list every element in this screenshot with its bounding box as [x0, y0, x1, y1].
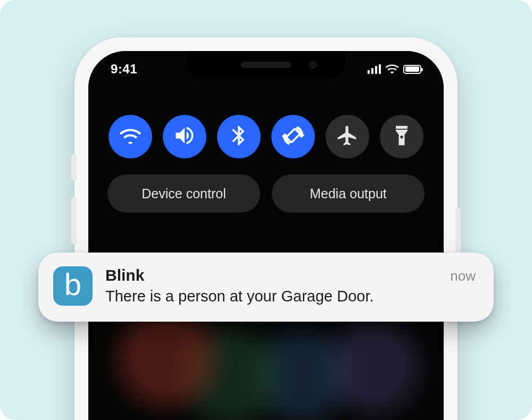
phone-screen: 9:41 [88, 51, 444, 420]
front-camera [309, 61, 317, 69]
notification-body: Blink now There is a person at your Gara… [105, 266, 476, 306]
airplane-icon [336, 124, 359, 149]
phone-notch [186, 51, 346, 79]
sound-toggle[interactable] [163, 115, 206, 158]
phone-side-button [71, 154, 77, 181]
notification-app-name: Blink [105, 266, 144, 284]
notification-message: There is a person at your Garage Door. [105, 287, 476, 306]
notification-card[interactable]: b Blink now There is a person at your Ga… [38, 253, 494, 322]
speaker-icon [173, 124, 196, 149]
flashlight-icon [390, 124, 413, 149]
flashlight-toggle[interactable] [380, 115, 423, 158]
speaker-grille [241, 62, 292, 68]
media-output-button[interactable]: Media output [272, 174, 425, 213]
quick-settings-row [107, 115, 425, 158]
bluetooth-icon [227, 124, 251, 149]
quick-settings-pill-row: Device control Media output [107, 174, 425, 213]
airplane-mode-toggle[interactable] [326, 115, 369, 158]
phone-side-button [71, 197, 77, 245]
device-control-button[interactable]: Device control [107, 174, 260, 213]
wifi-icon [119, 124, 142, 149]
notification-time: now [450, 268, 476, 284]
phone-frame: 9:41 [74, 37, 458, 420]
bluetooth-toggle[interactable] [217, 115, 261, 158]
notification-app-icon: b [53, 266, 93, 306]
rotate-icon [281, 124, 305, 149]
wifi-toggle[interactable] [109, 115, 152, 158]
stage: 9:41 [0, 0, 532, 420]
auto-rotate-toggle[interactable] [271, 115, 315, 158]
